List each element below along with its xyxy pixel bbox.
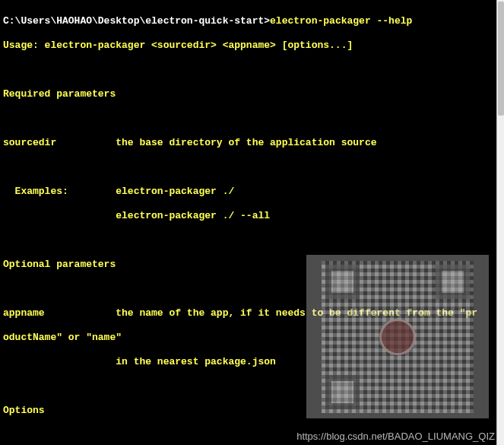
param-sourcedir: sourcedir the base directory of the appl… [3,137,496,149]
section-required: Required parameters [3,88,496,100]
command-text: electron-packager --help [270,15,412,27]
blank-line [3,234,496,246]
prompt-path: C:\Users\HAOHAO\Desktop\electron-quick-s… [3,15,270,27]
scrollbar-thumb[interactable] [498,2,504,116]
examples-line1: Examples: electron-packager ./ [3,186,496,198]
usage-line: Usage: electron-packager <sourcedir> <ap… [3,40,496,52]
qr-code-watermark [306,255,489,418]
vertical-scrollbar[interactable] [496,0,504,445]
examples-line2: electron-packager ./ --all [3,210,496,222]
watermark-url: https://blog.csdn.net/BADAO_LIUMANG_QIZ [296,431,495,443]
blank-line [3,113,496,125]
qr-code-icon [322,261,474,413]
blank-line [3,161,496,173]
blank-line [3,64,496,76]
